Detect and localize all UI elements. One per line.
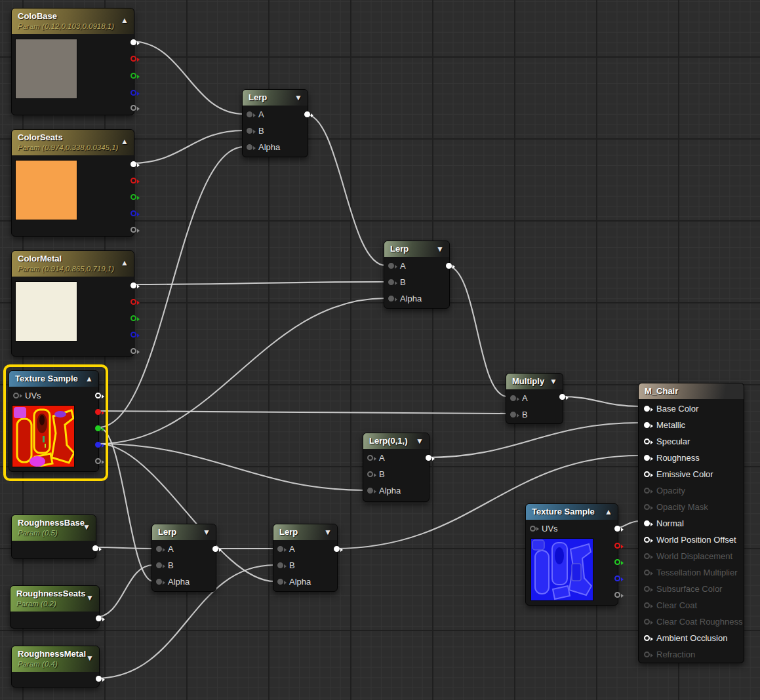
emissive-color-input-pin[interactable] bbox=[644, 471, 650, 477]
material-pin-row[interactable]: World Position Offset bbox=[639, 532, 744, 548]
b-output-pin[interactable] bbox=[130, 210, 136, 216]
node-lerp-0-1[interactable]: Lerp(0,1,) ▼ A B Alpha bbox=[363, 433, 430, 502]
specular-input-pin[interactable] bbox=[644, 438, 650, 444]
dropdown-arrow-icon[interactable]: ▼ bbox=[83, 522, 90, 533]
result-output-pin[interactable] bbox=[334, 546, 340, 552]
alpha-input-pin[interactable] bbox=[247, 144, 252, 150]
node-colobase[interactable]: ColoBase Param (0.12,0.103,0.0918,1) ▲ bbox=[11, 8, 134, 115]
node-colormetal[interactable]: ColorMetal Param (0.914,0.865,0.719,1) ▲ bbox=[11, 250, 134, 357]
node-multiply[interactable]: Multiply ▼ A B bbox=[506, 373, 563, 424]
node-roughness-metal[interactable]: RoughnessMetal Param (0.4) ▼ bbox=[11, 646, 100, 688]
b-input-pin[interactable] bbox=[277, 562, 283, 568]
g-output-pin[interactable] bbox=[130, 194, 136, 200]
rgb-output-pin[interactable] bbox=[130, 161, 136, 167]
material-pin-row[interactable]: Ambient Occlusion bbox=[639, 630, 744, 646]
alpha-input-pin[interactable] bbox=[367, 488, 373, 494]
node-colorseats[interactable]: ColorSeats Param (0.974,0.338,0.0345,1) … bbox=[11, 129, 134, 237]
node-lerp-color-1[interactable]: Lerp ▼ A B Alpha bbox=[242, 89, 308, 157]
base-color-input-pin[interactable] bbox=[644, 406, 650, 412]
node-lerp-color-2[interactable]: Lerp ▼ A B Alpha bbox=[384, 241, 450, 309]
g-output-pin[interactable] bbox=[130, 315, 136, 321]
rgb-output-pin[interactable] bbox=[95, 393, 101, 399]
b-output-pin[interactable] bbox=[95, 442, 101, 448]
b-output-pin[interactable] bbox=[614, 575, 620, 581]
material-pin-row[interactable]: Specular bbox=[639, 433, 744, 450]
uvs-input-pin[interactable] bbox=[13, 393, 19, 399]
r-output-pin[interactable] bbox=[130, 299, 136, 305]
b-input-pin[interactable] bbox=[156, 562, 162, 568]
node-texture-sample-mask[interactable]: Texture Sample ▲ UVs bbox=[9, 370, 99, 472]
alpha-input-pin[interactable] bbox=[277, 579, 283, 585]
a-output-pin[interactable] bbox=[130, 105, 136, 111]
rgb-output-pin[interactable] bbox=[130, 282, 136, 288]
normal-input-pin[interactable] bbox=[644, 520, 650, 526]
alpha-input-pin[interactable] bbox=[156, 579, 162, 585]
r-output-pin[interactable] bbox=[614, 543, 620, 549]
rgb-output-pin[interactable] bbox=[614, 526, 620, 532]
a-input-pin[interactable] bbox=[277, 546, 283, 552]
dropdown-arrow-icon[interactable]: ▼ bbox=[294, 92, 302, 104]
b-input-pin[interactable] bbox=[247, 128, 252, 134]
a-input-pin[interactable] bbox=[367, 455, 373, 461]
r-output-pin[interactable] bbox=[130, 178, 136, 184]
collapse-up-icon[interactable]: ▲ bbox=[121, 136, 129, 147]
material-pin-row[interactable]: Emissive Color bbox=[639, 466, 744, 482]
material-pin-row[interactable]: Metallic bbox=[639, 417, 744, 433]
a-output-pin[interactable] bbox=[95, 458, 101, 464]
g-output-pin[interactable] bbox=[130, 73, 136, 79]
dropdown-arrow-icon[interactable]: ▼ bbox=[86, 593, 94, 604]
roughness-input-pin[interactable] bbox=[644, 455, 650, 461]
value-output-pin[interactable] bbox=[96, 676, 102, 682]
material-graph-canvas[interactable]: ColoBase Param (0.12,0.103,0.0918,1) ▲ C… bbox=[0, 0, 760, 700]
node-roughness-base[interactable]: RoughnessBase Param (0.5) ▼ bbox=[11, 515, 96, 559]
collapse-up-icon[interactable]: ▲ bbox=[121, 258, 129, 269]
collapse-up-icon[interactable]: ▲ bbox=[85, 374, 93, 385]
a-input-pin[interactable] bbox=[156, 546, 162, 552]
node-roughness-seats[interactable]: RoughnessSeats Param (0.2) ▼ bbox=[10, 585, 100, 629]
r-output-pin[interactable] bbox=[95, 409, 101, 415]
rgb-output-pin[interactable] bbox=[130, 39, 136, 45]
node-lerp-roughness-2[interactable]: Lerp ▼ A B Alpha bbox=[273, 524, 338, 592]
alpha-input-label: Alpha bbox=[289, 577, 311, 587]
node-lerp-roughness-1[interactable]: Lerp ▼ A B Alpha bbox=[151, 524, 216, 592]
alpha-input-pin[interactable] bbox=[388, 296, 394, 301]
b-output-pin[interactable] bbox=[130, 332, 136, 338]
value-output-pin[interactable] bbox=[96, 615, 102, 621]
b-output-pin[interactable] bbox=[130, 90, 136, 96]
a-output-pin[interactable] bbox=[614, 592, 620, 598]
g-output-pin[interactable] bbox=[614, 559, 620, 565]
b-input-pin[interactable] bbox=[367, 471, 373, 477]
result-output-pin[interactable] bbox=[426, 455, 431, 461]
dropdown-arrow-icon[interactable]: ▼ bbox=[416, 436, 424, 447]
g-output-pin[interactable] bbox=[95, 425, 101, 431]
a-input-pin[interactable] bbox=[388, 263, 394, 269]
r-output-pin[interactable] bbox=[130, 56, 136, 62]
collapse-up-icon[interactable]: ▲ bbox=[605, 507, 612, 518]
material-pin-row[interactable]: Normal bbox=[639, 515, 744, 532]
value-output-pin[interactable] bbox=[92, 545, 98, 551]
result-output-pin[interactable] bbox=[446, 263, 452, 269]
a-output-pin[interactable] bbox=[130, 227, 136, 233]
material-pin-row[interactable]: Base Color bbox=[639, 400, 744, 417]
dropdown-arrow-icon[interactable]: ▼ bbox=[324, 527, 332, 538]
dropdown-arrow-icon[interactable]: ▼ bbox=[203, 527, 210, 538]
result-output-pin[interactable] bbox=[559, 394, 565, 400]
node-m-chair-output[interactable]: M_Chair Base Color Metallic Specular Rou… bbox=[638, 383, 744, 663]
material-pin-row[interactable]: Roughness bbox=[639, 450, 744, 466]
world-position-offset-input-pin[interactable] bbox=[644, 537, 650, 543]
result-output-pin[interactable] bbox=[212, 546, 218, 552]
a-input-pin[interactable] bbox=[510, 395, 516, 401]
dropdown-arrow-icon[interactable]: ▼ bbox=[550, 376, 557, 387]
metallic-input-pin[interactable] bbox=[644, 422, 650, 428]
dropdown-arrow-icon[interactable]: ▼ bbox=[86, 653, 94, 664]
uvs-input-pin[interactable] bbox=[530, 526, 536, 532]
dropdown-arrow-icon[interactable]: ▼ bbox=[436, 244, 444, 255]
a-output-pin[interactable] bbox=[130, 348, 136, 354]
collapse-up-icon[interactable]: ▲ bbox=[121, 15, 129, 26]
b-input-pin[interactable] bbox=[510, 412, 516, 418]
a-input-pin[interactable] bbox=[247, 111, 252, 117]
b-input-pin[interactable] bbox=[388, 279, 394, 285]
result-output-pin[interactable] bbox=[304, 111, 310, 117]
ambient-occlusion-input-pin[interactable] bbox=[644, 635, 650, 641]
node-texture-sample-normal[interactable]: Texture Sample ▲ UVs bbox=[525, 503, 618, 606]
